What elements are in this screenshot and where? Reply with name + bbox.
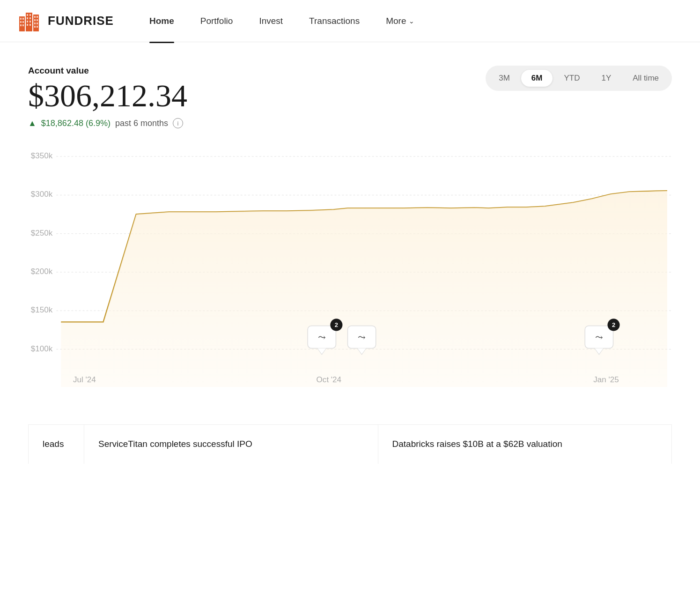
svg-text:Oct '24: Oct '24 (317, 375, 341, 384)
news-card-2-title: Databricks raises $10B at a $62B valuati… (392, 438, 658, 451)
svg-rect-5 (20, 24, 22, 26)
svg-rect-8 (27, 14, 28, 16)
svg-text:⤳: ⤳ (358, 332, 366, 342)
main-content: Account value $306,212.34 ▲ $18,862.48 (… (0, 42, 700, 464)
svg-rect-20 (37, 19, 38, 21)
time-range-selector: 3M 6M YTD 1Y All time (486, 66, 672, 91)
nav-portfolio[interactable]: Portfolio (187, 12, 246, 30)
news-section: leads ServiceTitan completes successful … (28, 424, 672, 464)
svg-text:Jan '25: Jan '25 (593, 375, 619, 384)
news-card-1[interactable]: ServiceTitan completes successful IPO (84, 425, 378, 464)
svg-rect-23 (34, 26, 36, 28)
svg-text:⤳: ⤳ (595, 332, 603, 342)
news-card-2[interactable]: Databricks raises $10B at a $62B valuati… (378, 425, 672, 464)
account-label: Account value (28, 66, 187, 76)
svg-text:$250k: $250k (31, 229, 53, 238)
svg-rect-0 (19, 16, 25, 31)
time-btn-6m[interactable]: 6M (521, 70, 553, 87)
svg-rect-14 (27, 24, 28, 26)
svg-rect-16 (33, 15, 39, 31)
nav-home[interactable]: Home (136, 12, 187, 30)
fundrise-logo-icon (19, 11, 43, 31)
svg-rect-1 (20, 18, 22, 20)
svg-rect-2 (22, 18, 24, 20)
svg-rect-19 (34, 19, 36, 21)
svg-rect-6 (22, 24, 24, 26)
svg-rect-4 (22, 21, 24, 23)
nav-invest[interactable]: Invest (246, 12, 296, 30)
svg-rect-11 (29, 17, 31, 19)
news-card-partial[interactable]: leads (28, 425, 84, 464)
time-btn-3m[interactable]: 3M (488, 70, 520, 87)
svg-text:2: 2 (612, 321, 615, 328)
chevron-down-icon: ⌄ (409, 17, 414, 25)
account-change: ▲ $18,862.48 (6.9%) past 6 months i (28, 118, 187, 128)
time-btn-1y[interactable]: 1Y (591, 70, 621, 87)
svg-rect-21 (34, 22, 36, 24)
svg-text:$150k: $150k (31, 305, 53, 314)
svg-rect-10 (27, 17, 28, 19)
svg-rect-22 (37, 22, 38, 24)
up-arrow-icon: ▲ (28, 119, 37, 128)
news-card-partial-title: leads (43, 438, 70, 451)
nav-links: Home Portfolio Invest Transactions More … (136, 12, 428, 30)
svg-text:$350k: $350k (31, 151, 53, 160)
svg-rect-15 (29, 24, 31, 26)
svg-rect-18 (37, 16, 38, 18)
nav-transactions[interactable]: Transactions (296, 12, 373, 30)
logo-text: FUNDRISE (48, 14, 114, 28)
navbar: FUNDRISE Home Portfolio Invest Transacti… (0, 0, 700, 42)
svg-text:$200k: $200k (31, 267, 53, 276)
news-card-1-title: ServiceTitan completes successful IPO (98, 438, 364, 451)
svg-text:$100k: $100k (31, 344, 53, 353)
account-chart: $350k $300k $250k $200k $150k $100k (28, 142, 672, 406)
svg-text:⤳: ⤳ (318, 332, 326, 342)
account-value: $306,212.34 (28, 80, 187, 111)
info-icon[interactable]: i (173, 118, 183, 128)
time-btn-alltime[interactable]: All time (622, 70, 669, 87)
chart-container: $350k $300k $250k $200k $150k $100k (28, 142, 672, 406)
time-btn-ytd[interactable]: YTD (553, 70, 590, 87)
logo[interactable]: FUNDRISE (19, 11, 114, 31)
change-amount: $18,862.48 (6.9%) (41, 119, 111, 128)
svg-rect-12 (27, 21, 28, 22)
svg-rect-24 (37, 26, 38, 28)
change-period: past 6 months (115, 119, 168, 128)
svg-text:2: 2 (335, 321, 338, 328)
svg-rect-17 (34, 16, 36, 18)
nav-more[interactable]: More ⌄ (373, 12, 427, 30)
svg-rect-3 (20, 21, 22, 23)
svg-rect-9 (29, 14, 31, 16)
svg-rect-13 (29, 21, 31, 22)
svg-text:$300k: $300k (31, 190, 53, 199)
svg-text:Jul '24: Jul '24 (73, 375, 96, 384)
account-header: Account value $306,212.34 ▲ $18,862.48 (… (28, 66, 672, 128)
account-left: Account value $306,212.34 ▲ $18,862.48 (… (28, 66, 187, 128)
